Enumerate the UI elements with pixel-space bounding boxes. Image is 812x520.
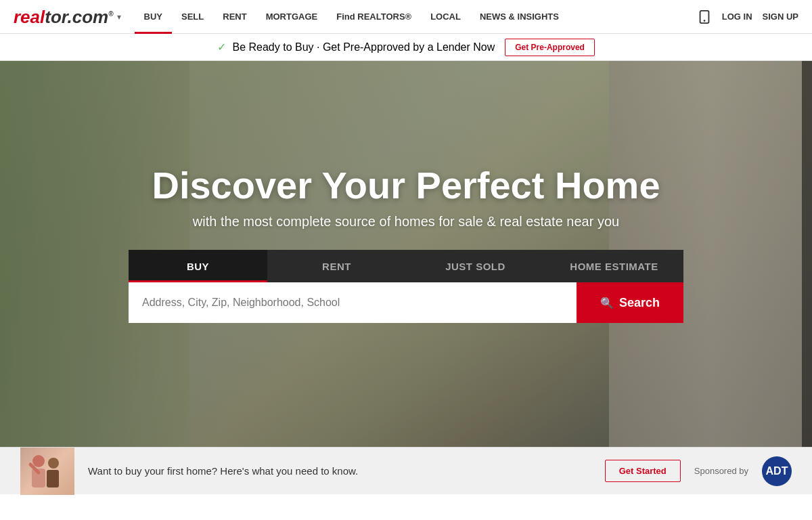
signup-link[interactable]: SIGN UP [763,12,798,22]
nav-news[interactable]: NEWS & INSIGHTS [470,0,568,34]
tab-rent[interactable]: RENT [267,250,406,282]
bottom-banner: Want to buy your first home? Here's what… [0,447,812,494]
check-icon: ✓ [217,41,226,53]
search-container: BUY RENT JUST SOLD HOME ESTIMATE 🔍 Searc… [129,250,683,323]
mobile-icon[interactable] [697,9,712,24]
search-button[interactable]: 🔍 Search [577,282,683,323]
logo-tor: tor.com® [45,7,113,27]
get-pre-approved-button[interactable]: Get Pre-Approved [505,39,595,56]
nav-sell[interactable]: SELL [172,0,213,34]
couple-photo [20,448,74,495]
promo-bar: ✓ Be Ready to Buy · Get Pre-Approved by … [0,34,812,61]
tab-just-sold[interactable]: JUST SOLD [406,250,545,282]
svg-point-4 [48,458,59,469]
search-input[interactable] [129,282,577,323]
nav-local[interactable]: LOCAL [421,0,470,34]
hero-section: Discover Your Perfect Home with the most… [0,61,812,447]
search-box: 🔍 Search [129,282,683,323]
nav-right: LOG IN SIGN UP [697,9,798,24]
nav-find-realtors[interactable]: Find REALTORS® [327,0,421,34]
search-button-label: Search [619,296,660,310]
adt-logo: ADT [762,456,792,486]
svg-rect-5 [47,470,59,488]
navbar: realtor.com® ▾ BUY SELL RENT MORTGAGE Fi… [0,0,812,34]
get-started-button[interactable]: Get Started [605,460,681,482]
nav-rent[interactable]: RENT [213,0,256,34]
sponsored-by-text: Sponsored by [694,466,748,476]
nav-links: BUY SELL RENT MORTGAGE Find REALTORS® LO… [135,0,697,34]
search-icon: 🔍 [600,297,614,309]
logo[interactable]: realtor.com® ▾ [14,8,121,26]
couple-image [24,451,71,492]
tab-buy[interactable]: BUY [129,250,267,282]
logo-dropdown-icon[interactable]: ▾ [117,12,121,22]
hero-content: Discover Your Perfect Home with the most… [0,165,812,324]
tab-home-estimate[interactable]: HOME ESTIMATE [545,250,683,282]
nav-buy[interactable]: BUY [135,0,172,34]
nav-mortgage[interactable]: MORTGAGE [256,0,328,34]
search-tabs: BUY RENT JUST SOLD HOME ESTIMATE [129,250,683,282]
promo-text: ✓ Be Ready to Buy · Get Pre-Approved by … [217,41,495,53]
logo-real: real [14,7,45,27]
svg-point-2 [32,455,45,467]
login-link[interactable]: LOG IN [722,12,752,22]
banner-text: Want to buy your first home? Here's what… [88,465,591,477]
hero-subtitle: with the most complete source of homes f… [27,214,785,230]
hero-title: Discover Your Perfect Home [27,165,785,207]
